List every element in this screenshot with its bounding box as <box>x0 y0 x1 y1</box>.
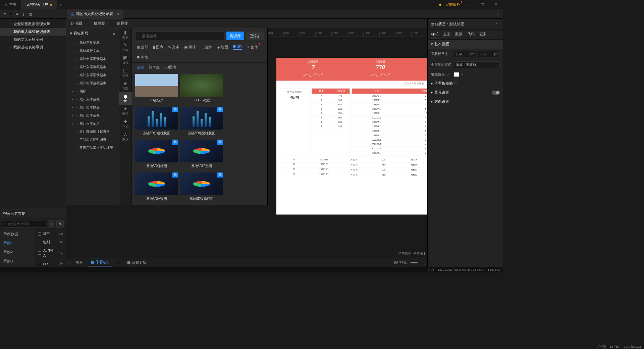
tab-foreground[interactable]: 前景 <box>72 259 86 266</box>
layer-item[interactable]: ▫累计入库记录副本 <box>66 71 119 79</box>
gallery-item[interactable]: 3D GIS底座 <box>180 74 223 105</box>
gallery-tab-文本[interactable]: ✎文本 <box>168 44 179 50</box>
document-tab[interactable]: ◫ 我的出入库登记记录表 ✕ <box>67 9 123 19</box>
tab-home[interactable]: ⌂ 首页 <box>0 0 21 9</box>
layer-item[interactable]: ▸▫顶部 <box>66 87 119 95</box>
sidebar-file-item[interactable]: ▫我的出入库登记记录表 <box>0 28 66 36</box>
color-swatch[interactable] <box>454 72 459 77</box>
menu-operation[interactable]: ⊞操作⌄ <box>114 20 135 27</box>
delete-icon[interactable]: 🗑 <box>29 12 33 16</box>
gallery-tab-媒体[interactable]: ▣媒体 <box>184 44 196 50</box>
more-icon[interactable]: ⋮ <box>496 42 500 46</box>
sidebar-file-item[interactable]: ▫企业销售数据管理大屏 <box>0 20 66 28</box>
gallery-item[interactable]: 基基础3D分组柱状图 <box>135 107 178 138</box>
info-icon[interactable]: ⓘ <box>445 72 449 76</box>
layer-item[interactable]: ▸▫累计入库金额 <box>66 95 119 103</box>
demo-item[interactable]: 示例3 <box>0 257 35 266</box>
field-item[interactable]: 性别Str <box>35 238 66 246</box>
panel-tab-样式[interactable]: 样式 <box>430 30 439 39</box>
category-地图[interactable]: ◈地图 <box>119 79 132 92</box>
gallery-item[interactable]: 基基础3D饼状图 <box>135 140 178 170</box>
gallery-item[interactable]: 基基础3D堆叠柱状图 <box>180 107 223 138</box>
carousel-header[interactable]: ▸子看板轮播 ⓘ <box>428 79 503 88</box>
gallery-tab-套件[interactable]: ✦套件 <box>247 44 258 50</box>
added-button[interactable]: 已添加 <box>246 32 264 40</box>
category-图表[interactable]: ▮图表 <box>119 28 132 41</box>
resource-library-button[interactable]: 资源库 <box>226 32 244 40</box>
demo-header[interactable]: 示例数据 ⌄ <box>0 230 35 239</box>
cover-setting-header[interactable]: ▸封面设置 <box>428 97 503 106</box>
gallery-tab-本地[interactable]: ☗本地 <box>137 55 148 60</box>
category-套件[interactable]: ✦套件 <box>119 105 132 117</box>
layer-item[interactable]: ▫查询产品出入库明细表 <box>66 144 119 152</box>
new-file-icon[interactable]: ⧉ <box>16 12 18 16</box>
bg-toggle[interactable] <box>492 91 500 95</box>
height-input[interactable]: 1080px <box>478 51 500 57</box>
layer-item[interactable]: ▫累计出库金额副本 <box>66 79 119 87</box>
window-maximize[interactable]: ▢ <box>478 2 487 7</box>
panel-tab-代码[interactable]: 代码 <box>467 30 475 39</box>
public-data-search-input[interactable]: ⌕ (区分大小写) <box>2 220 46 228</box>
category-媒体[interactable]: ▣媒体 <box>119 54 132 66</box>
gallery-tab-控件[interactable]: ⬚控件 <box>201 44 212 50</box>
category-本地[interactable]: ✚本地 <box>119 117 132 130</box>
gallery-tab-图表[interactable]: ▮图表 <box>153 44 163 50</box>
fit-icon[interactable]: ⛶ <box>422 261 425 265</box>
search-icon[interactable]: ⌕ <box>113 32 115 36</box>
menu-project[interactable]: ▷项目⌄ <box>69 20 89 27</box>
category-3D[interactable]: ⬢3D <box>119 92 132 105</box>
gallery-item[interactable]: 基基础3D环形图 <box>180 140 223 170</box>
demo-item[interactable]: 示例2 <box>0 248 35 257</box>
info-icon[interactable]: ⓘ <box>454 81 458 86</box>
layer-item[interactable]: ▫产品出入库明细表 <box>66 136 119 144</box>
layer-item[interactable]: ▫累计入库金额副本 <box>66 63 119 71</box>
chevron-down-icon[interactable]: ▾ <box>461 73 463 77</box>
gallery-subtab[interactable]: 鲸孪生 <box>149 65 160 70</box>
layer-item[interactable]: ▫基础单行文本 <box>66 47 119 55</box>
add-button[interactable]: + <box>48 220 55 228</box>
gallery-tab-地图[interactable]: ◈地图 <box>217 44 228 50</box>
category-控件[interactable]: ⬚控件 <box>119 66 132 79</box>
gallery-subtab[interactable]: 全部 <box>137 65 144 70</box>
new-folder-icon[interactable]: ⊞ <box>9 12 12 16</box>
tab-sub-board[interactable]: ▦子看板1 <box>88 259 112 266</box>
layer-item[interactable]: ▸▫累计入库记录 <box>66 119 119 128</box>
diamond-icon[interactable]: ◆ <box>439 2 441 7</box>
width-input[interactable]: 1920px <box>454 51 476 57</box>
page-nav-icon[interactable]: ⟨⟨ <box>68 260 71 265</box>
add-state-icon[interactable]: + <box>491 22 493 26</box>
edit-button[interactable]: ✎ <box>56 220 64 228</box>
layer-item[interactable]: ▫累计出库记录副本 <box>66 55 119 63</box>
more-icon[interactable]: ⋯ <box>496 22 500 26</box>
zoom-slider-icon[interactable]: ━●━ <box>411 260 418 265</box>
gallery-tab-3D[interactable]: ⬢3D <box>233 44 242 50</box>
tab-background[interactable]: ▦背景看板 <box>124 259 150 266</box>
gallery-subtab[interactable]: 3D图表 <box>164 65 176 70</box>
gallery-search-input[interactable]: ⌕ 搜索组件 <box>135 32 224 40</box>
panel-tab-数据[interactable]: 数据 <box>454 30 463 39</box>
tab-add-board[interactable]: + <box>113 259 122 266</box>
demo-item[interactable]: 示例1 <box>0 239 35 248</box>
window-close[interactable]: ✕ <box>491 2 500 7</box>
field-item[interactable]: sexStr <box>35 260 66 267</box>
panel-tab-交互[interactable]: 交互 <box>442 30 451 39</box>
field-item[interactable]: 城市Str <box>35 230 66 238</box>
download-icon[interactable]: ⭳ <box>22 12 25 16</box>
tab-add[interactable]: + <box>57 3 64 7</box>
gallery-tab-全部[interactable]: ▦全部 <box>137 44 148 50</box>
gallery-item[interactable]: 3D空场景 <box>135 74 178 105</box>
layer-item[interactable]: ▸▫累计出库数量 <box>66 103 119 111</box>
bg-setting-header[interactable]: ▸背景设置 <box>428 88 503 97</box>
menu-data[interactable]: ⊟数据⌄ <box>91 20 112 27</box>
layer-item[interactable]: ▫基础下拉菜单 <box>66 39 119 47</box>
panel-tab-更多[interactable]: 更多 <box>479 30 487 39</box>
custom-service-link[interactable]: 定制服务 <box>445 2 460 7</box>
zoom-level[interactable]: 56.77% <box>394 261 407 265</box>
menu-icon[interactable]: ≡ <box>4 12 6 16</box>
chevron-down-icon[interactable]: ⌄ <box>492 12 503 16</box>
gallery-item[interactable]: 基基础3D玫瑰图 <box>135 172 178 203</box>
layer-item[interactable]: ▸▫累计出库金额 <box>66 111 119 119</box>
category-默认[interactable]: ⛬默认 <box>119 130 132 143</box>
fullscreen-select[interactable]: 缩放（不滚动）⌄ <box>454 61 500 68</box>
gallery-item[interactable]: 基基础3D玫瑰环图 <box>180 172 223 203</box>
